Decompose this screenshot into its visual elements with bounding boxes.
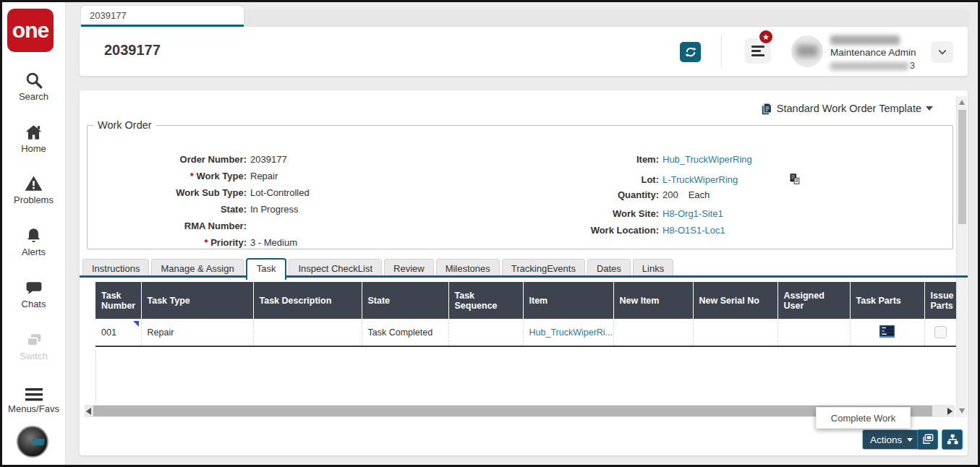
task-item-link[interactable]: Hub_TruckWiperRi... <box>529 327 613 338</box>
field-value: Repair <box>250 171 278 181</box>
content-area: 2039177 2039177 ★ <box>66 2 978 465</box>
record-tab[interactable]: 2039177 <box>81 6 244 27</box>
redacted-user-detail <box>830 62 908 70</box>
active-tab-underline <box>80 275 968 278</box>
horizontal-scrollbar-thumb[interactable] <box>93 406 932 416</box>
chevron-down-icon <box>907 438 913 442</box>
scroll-up-icon[interactable] <box>959 100 965 105</box>
hierarchy-icon <box>946 433 959 446</box>
field-value: In Progress <box>250 204 298 215</box>
col-task-sequence[interactable]: Task Sequence <box>448 282 523 319</box>
user-avatar[interactable] <box>791 35 823 67</box>
lot-link[interactable]: L-TruckWiperRing <box>662 174 738 185</box>
note-marker-icon <box>133 321 139 327</box>
work-order-panel: Standard Work Order Template Work Order … <box>80 90 968 455</box>
field-value: 2039177 <box>250 154 287 165</box>
hierarchy-button[interactable] <box>942 429 963 450</box>
user-menu-button[interactable] <box>931 41 953 63</box>
one-logo[interactable]: one <box>7 9 54 52</box>
cell-task-type: Repair <box>141 319 253 346</box>
field-work-location: Work Location: H8-O1S1-Loc1 <box>413 225 725 236</box>
field-quantity: Quantity: 200 Each <box>413 189 710 200</box>
header-divider <box>721 35 722 69</box>
field-state: State: In Progress <box>88 204 298 215</box>
template-selector[interactable]: Standard Work Order Template <box>760 101 933 116</box>
user-role: Maintenance Admin <box>830 47 928 59</box>
search-icon <box>25 71 43 90</box>
work-site-link[interactable]: H8-Org1-Site1 <box>662 208 723 219</box>
complete-work-menu-item[interactable]: Complete Work <box>816 407 911 429</box>
hamburger-icon <box>751 46 764 48</box>
sidebar-label: Search <box>2 91 65 102</box>
sidebar-label: Menus/Favs <box>2 403 65 414</box>
vertical-scrollbar[interactable] <box>956 96 967 417</box>
sidebar-label: Switch <box>2 351 65 361</box>
sidebar-item-alerts[interactable]: Alerts <box>2 226 65 257</box>
task-parts-icon[interactable] <box>879 325 895 340</box>
col-task-description[interactable]: Task Description <box>253 282 362 319</box>
tab-strip <box>239 9 970 27</box>
col-assigned-user[interactable]: Assigned User <box>777 282 850 319</box>
issue-parts-checkbox[interactable] <box>934 326 947 338</box>
task-row[interactable]: 001 Repair Task Completed Hub_TruckWiper… <box>95 319 956 346</box>
actions-button[interactable]: Actions <box>862 429 921 450</box>
switch-icon <box>25 331 43 349</box>
sidebar-item-home[interactable]: Home <box>2 123 65 154</box>
uom-label: Each <box>689 189 710 200</box>
col-task-type[interactable]: Task Type <box>141 282 253 319</box>
cell-new-serial-no <box>693 319 777 346</box>
field-work-sub-type: Work Sub Type: Lot-Controlled <box>88 187 310 198</box>
scroll-left-icon[interactable] <box>86 408 91 415</box>
cell-task-number: 001 <box>95 319 141 346</box>
cell-item: Hub_TruckWiperRi... <box>523 319 613 346</box>
cell-task-description <box>253 319 362 346</box>
scroll-right-icon[interactable] <box>947 408 953 415</box>
user-detail-suffix: 3 <box>910 61 915 71</box>
field-work-site: Work Site: H8-Org1-Site1 <box>413 208 723 219</box>
bell-icon <box>25 226 43 245</box>
col-task-parts[interactable]: Task Parts <box>850 282 924 319</box>
col-new-item[interactable]: New Item <box>613 282 693 319</box>
tab-task[interactable]: Task <box>246 258 287 280</box>
cell-task-sequence <box>448 319 523 346</box>
chevron-down-icon <box>926 106 933 111</box>
sidebar: one Search Home Problems Alerts Chats Sw… <box>2 2 66 465</box>
app-window: one Search Home Problems Alerts Chats Sw… <box>0 0 980 467</box>
refresh-button[interactable] <box>680 42 701 62</box>
print-button[interactable] <box>917 429 938 450</box>
field-item: Item: Hub_TruckWiperRing <box>413 154 752 165</box>
sidebar-item-switch: Switch <box>2 331 65 361</box>
col-state[interactable]: State <box>362 282 448 319</box>
detail-tabs: Instructions Manage & Assign Task Inspec… <box>82 257 673 278</box>
field-value: 3 - Medium <box>250 237 297 248</box>
item-link[interactable]: Hub_TruckWiperRing <box>662 154 752 165</box>
work-order-fieldset: Work Order Order Number: 2039177 * Work … <box>87 119 953 249</box>
sidebar-item-problems[interactable]: Problems <box>2 174 65 205</box>
col-issue-parts[interactable]: Issue Parts <box>924 282 956 319</box>
template-doc-icon <box>760 103 772 115</box>
sidebar-item-search[interactable]: Search <box>2 71 65 102</box>
user-info: Maintenance Admin 3 <box>830 35 928 71</box>
vertical-scrollbar-thumb[interactable] <box>958 110 966 224</box>
sidebar-label: Alerts <box>2 247 65 257</box>
scroll-down-icon[interactable] <box>959 408 965 414</box>
chat-icon <box>25 279 43 297</box>
home-icon <box>24 123 43 142</box>
genealogy-icon[interactable] <box>788 173 801 187</box>
table-left-border <box>95 349 96 403</box>
template-label: Standard Work Order Template <box>777 103 921 114</box>
record-tab-label: 2039177 <box>90 10 127 21</box>
redacted-avatar-image <box>796 45 818 57</box>
logo-text: one <box>12 18 48 43</box>
task-table: Task Number Task Type Task Description S… <box>95 282 957 347</box>
sidebar-avatar[interactable] <box>17 426 48 458</box>
work-location-link[interactable]: H8-O1S1-Loc1 <box>662 225 725 236</box>
col-new-serial-no[interactable]: New Serial No <box>693 282 777 319</box>
cell-assigned-user <box>777 319 850 346</box>
star-icon: ★ <box>762 33 770 42</box>
sidebar-item-chats[interactable]: Chats <box>2 279 65 309</box>
col-item[interactable]: Item <box>523 282 613 319</box>
sidebar-item-menus-favs[interactable]: Menus/Favs <box>2 387 65 414</box>
field-value: 200 <box>662 189 678 200</box>
col-task-number[interactable]: Task Number <box>95 282 141 319</box>
